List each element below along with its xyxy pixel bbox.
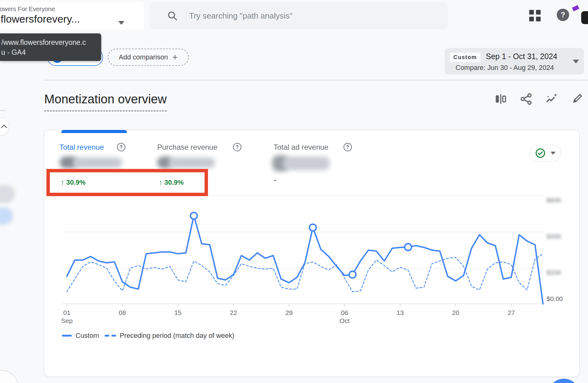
metric-tab-purchase-revenue[interactable]: Purchase revenue xyxy=(157,143,218,152)
corner-avatar-partial[interactable] xyxy=(581,11,588,24)
x-tick-label: 01Sep xyxy=(54,309,79,325)
question-icon: ? xyxy=(120,144,123,150)
tooltip-line1: /www.flowersforeveryone.c xyxy=(1,37,98,47)
page-title: Monetization overview xyxy=(44,92,167,111)
x-tick-label: 22 xyxy=(221,309,246,317)
sidebar-edge-divider xyxy=(0,110,6,111)
metric-value-redacted xyxy=(169,157,215,168)
chart-legend: Custom Preceding period (match day of we… xyxy=(62,332,234,340)
account-name: Flowers For Everyone xyxy=(0,6,55,13)
metric-change-total-revenue: ↑ 30.9% xyxy=(61,179,85,187)
corner-avatar-fragment-icon xyxy=(572,5,579,11)
chart-status-selector[interactable] xyxy=(530,145,561,161)
metric-help-total-revenue[interactable]: ? xyxy=(117,143,125,151)
insights-fab-partial[interactable] xyxy=(548,379,579,383)
plus-icon: + xyxy=(172,53,178,62)
question-icon: ? xyxy=(236,144,239,150)
legend-item-preceding: Preceding period (match day of week) xyxy=(105,332,235,340)
compare-report-icon xyxy=(494,92,508,106)
property-tooltip: /www.flowersforeveryone.c u - GA4 xyxy=(0,33,101,61)
y-tick-label: $60K xyxy=(547,196,577,204)
date-range-text: Sep 1 - Oct 31, 2024 xyxy=(486,52,557,61)
app-root: Flowers For Everyone w.flowersforevery..… xyxy=(0,0,588,383)
report-actions xyxy=(493,91,585,107)
x-tick-label: 15 xyxy=(166,309,190,317)
arrow-up-icon: ↑ xyxy=(159,179,162,186)
x-tick-label: 29 xyxy=(277,309,301,317)
search-input[interactable] xyxy=(188,11,430,21)
apps-grid-icon xyxy=(529,10,541,21)
share-button[interactable] xyxy=(518,91,534,107)
chevron-down-icon xyxy=(573,60,579,63)
edit-button[interactable] xyxy=(569,91,585,107)
apps-grid-button[interactable] xyxy=(527,7,543,24)
insights-button[interactable] xyxy=(543,91,560,107)
compare-report-button[interactable] xyxy=(493,91,509,107)
legend-swatch-dashed-line-icon xyxy=(105,335,116,337)
date-compare-text: Compare: Jun 30 - Aug 29, 2024 xyxy=(456,64,554,72)
legend-swatch-solid-line-icon xyxy=(62,335,72,337)
chevron-down-icon xyxy=(118,21,124,25)
sidebar-chip-blurred-1[interactable] xyxy=(0,185,15,203)
property-switcher[interactable]: Flowers For Everyone w.flowersforevery..… xyxy=(0,2,144,30)
search-bar[interactable] xyxy=(149,2,448,29)
insights-icon xyxy=(544,92,559,106)
search-icon xyxy=(167,10,178,21)
help-icon: ? xyxy=(561,11,565,19)
date-range-picker[interactable]: Custom Sep 1 - Oct 31, 2024 Compare: Jun… xyxy=(445,48,584,75)
bottom-left-button-partial[interactable] xyxy=(0,370,19,383)
selected-metric-tab-indicator xyxy=(61,130,127,133)
tooltip-line2: u - GA4 xyxy=(1,47,98,57)
metric-value-redacted xyxy=(73,157,122,168)
x-tick-label: 27 xyxy=(499,309,524,317)
sidebar-chip-blurred-2[interactable] xyxy=(0,207,13,225)
header-divider xyxy=(44,80,588,80)
chevron-down-icon xyxy=(551,152,556,155)
arrow-up-icon: ↑ xyxy=(61,179,64,186)
legend-label: Preceding period (match day of week) xyxy=(120,332,235,340)
y-tick-label: $40K xyxy=(547,233,577,240)
sidebar-collapse-button[interactable] xyxy=(0,118,9,136)
add-comparison-label: Add comparison xyxy=(119,53,168,61)
metric-help-total-ad-revenue[interactable]: ? xyxy=(344,143,352,151)
legend-item-custom: Custom xyxy=(62,332,99,340)
x-tick-label: 13 xyxy=(388,309,413,317)
check-circle-icon xyxy=(535,148,546,158)
x-tick-label: 06Oct xyxy=(332,309,357,325)
share-icon xyxy=(519,92,533,106)
x-tick-label: 20 xyxy=(443,309,468,317)
metric-tab-total-revenue[interactable]: Total revenue xyxy=(59,143,104,152)
metric-tab-total-ad-revenue[interactable]: Total ad revenue xyxy=(274,143,328,152)
legend-label: Custom xyxy=(76,332,99,340)
y-tick-label: $0.00 xyxy=(547,295,577,303)
metric-change-purchase-revenue: ↑ 30.9% xyxy=(159,179,184,187)
add-comparison-button[interactable]: Add comparison + xyxy=(108,49,189,66)
edit-pencil-icon xyxy=(570,92,584,106)
metric-value-redacted xyxy=(283,157,330,170)
metric-change-value: 30.9% xyxy=(164,179,184,187)
metric-change-value: 30.9% xyxy=(66,179,85,187)
chevron-up-icon xyxy=(0,122,8,131)
metric-change-total-ad-revenue: - xyxy=(274,175,276,185)
date-range-badge: Custom xyxy=(450,53,481,62)
metric-help-purchase-revenue[interactable]: ? xyxy=(233,143,241,151)
help-button[interactable]: ? xyxy=(557,9,569,21)
x-tick-label: 08 xyxy=(110,309,135,317)
property-name: w.flowersforevery... xyxy=(0,13,116,25)
y-tick-label: $20K xyxy=(547,269,577,276)
question-icon: ? xyxy=(346,144,349,150)
